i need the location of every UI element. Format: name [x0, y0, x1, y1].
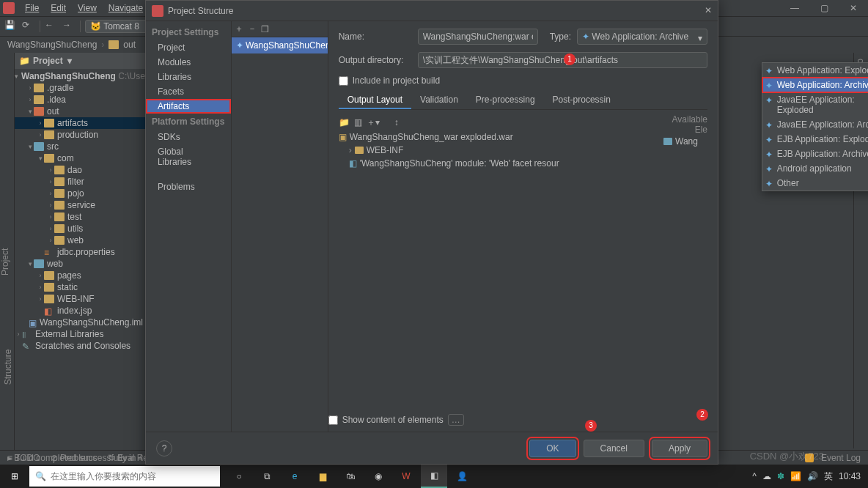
layout-icon[interactable]: ▥: [354, 117, 362, 127]
help-button[interactable]: ?: [156, 440, 172, 456]
tree-scratches[interactable]: ✎Scratches and Consoles: [15, 340, 146, 352]
layout-label[interactable]: WangShangShuCheng_war exploded.war: [350, 132, 513, 142]
new-folder-icon[interactable]: 📁: [339, 117, 350, 127]
tab-project[interactable]: Project: [0, 59, 10, 465]
tree-item[interactable]: ›static: [15, 281, 146, 293]
layout-label[interactable]: WEB-INF: [367, 145, 404, 155]
add-icon[interactable]: ＋: [235, 23, 243, 35]
save-icon[interactable]: 💾: [4, 20, 18, 33]
maximize-button[interactable]: ▢: [809, 0, 839, 16]
dropdown-item[interactable]: ✦JavaEE Application: Exploded: [762, 92, 868, 117]
tray-wifi-icon[interactable]: 📶: [790, 471, 801, 481]
forward-icon[interactable]: →: [62, 20, 76, 33]
sidebar-item-project[interactable]: Project: [146, 40, 231, 55]
copy-icon[interactable]: ❐: [261, 24, 269, 34]
menu-view[interactable]: View: [72, 1, 103, 15]
tray-app-icon[interactable]: ✽: [777, 471, 784, 481]
taskbar-search[interactable]: 🔍: [29, 466, 220, 487]
tree-item-out[interactable]: ▾out: [15, 106, 146, 117]
add-icon[interactable]: ＋▾: [367, 117, 380, 129]
task-view-icon[interactable]: ⧉: [254, 465, 280, 488]
wps-icon[interactable]: W: [393, 465, 419, 488]
tree-item[interactable]: ›pojo: [15, 188, 146, 199]
sidebar-item-sdks[interactable]: SDKs: [146, 130, 231, 144]
tree-item[interactable]: ›utils: [15, 223, 146, 234]
tree-item-artifacts[interactable]: ›artifacts: [15, 117, 146, 129]
sidebar-item-modules[interactable]: Modules: [146, 55, 231, 70]
tab-postprocessing[interactable]: Post-processin: [544, 92, 619, 109]
tree-item[interactable]: ›.gradle: [15, 82, 146, 94]
tree-item[interactable]: ›pages: [15, 270, 146, 281]
name-input[interactable]: [418, 29, 538, 45]
close-button[interactable]: ✕: [839, 0, 868, 16]
sort-icon[interactable]: ↕: [394, 117, 399, 127]
breadcrumb-out[interactable]: out: [123, 40, 136, 50]
ellipsis-button[interactable]: …: [448, 414, 464, 426]
tab-favorites[interactable]: Favorites: [0, 344, 1, 389]
sidebar-item-global-libs[interactable]: Global Libraries: [146, 144, 231, 169]
tree-item[interactable]: ›dao: [15, 164, 146, 176]
back-icon[interactable]: ←: [45, 20, 58, 33]
remove-icon[interactable]: －: [248, 23, 257, 35]
tab-preprocessing[interactable]: Pre-processing: [467, 92, 544, 109]
store-icon[interactable]: 🛍: [337, 465, 364, 488]
menu-file[interactable]: File: [19, 1, 45, 15]
include-build-checkbox[interactable]: [339, 76, 348, 86]
dropdown-item[interactable]: ✦EJB Application: Archive: [762, 147, 868, 161]
breadcrumb-root[interactable]: WangShangShuCheng: [7, 40, 97, 50]
tree-item[interactable]: ›WEB-INF: [15, 293, 146, 305]
ok-button[interactable]: OK: [529, 440, 575, 457]
dialog-close-button[interactable]: ✕: [705, 5, 712, 15]
tree-item-src[interactable]: ▾src: [15, 141, 146, 152]
sidebar-item-facets[interactable]: Facets: [146, 84, 231, 99]
cancel-button[interactable]: Cancel: [584, 440, 644, 457]
tab-output-layout[interactable]: Output Layout: [339, 92, 411, 109]
tray-clock[interactable]: 10:43: [839, 471, 861, 481]
sync-icon[interactable]: ⟳: [22, 20, 35, 33]
tree-item[interactable]: ›.idea: [15, 94, 146, 106]
project-panel-header[interactable]: 📁 Project ▾: [15, 53, 146, 69]
tray-up-icon[interactable]: ^: [752, 471, 757, 481]
minimize-button[interactable]: —: [780, 0, 809, 16]
tree-external-libs[interactable]: ›⫴External Libraries: [15, 328, 146, 340]
apply-button[interactable]: Apply: [652, 440, 707, 457]
tray-cloud-icon[interactable]: ☁: [762, 471, 771, 481]
edge-icon[interactable]: e: [282, 465, 308, 488]
layout-label[interactable]: Wang: [675, 136, 698, 147]
tree-item-indexjsp[interactable]: ◧index.jsp: [15, 305, 146, 317]
output-dir-input[interactable]: [418, 52, 707, 68]
layout-label[interactable]: 'WangShangShuCheng' module: 'Web' facet …: [360, 158, 559, 169]
taskbar-search-input[interactable]: [51, 471, 214, 481]
dropdown-item[interactable]: ✦EJB Application: Exploded: [762, 132, 868, 147]
tree-item[interactable]: ›service: [15, 199, 146, 211]
sidebar-item-libraries[interactable]: Libraries: [146, 70, 231, 84]
tray-ime[interactable]: 英: [824, 470, 833, 483]
dropdown-item[interactable]: ✦Web Application: Exploded: [762, 63, 868, 78]
explorer-icon[interactable]: ▆: [309, 465, 336, 488]
tab-validation[interactable]: Validation: [411, 92, 467, 109]
type-combo[interactable]: ✦ Web Application: Archive ▾: [577, 29, 707, 45]
chrome-icon[interactable]: ◉: [365, 465, 391, 488]
tree-item[interactable]: ›filter: [15, 176, 146, 188]
menu-navigate[interactable]: Navigate: [103, 1, 149, 15]
intellij-icon[interactable]: ◧: [421, 465, 447, 488]
cortana-icon[interactable]: ○: [226, 465, 252, 488]
run-config-combo[interactable]: 🐱 Tomcat 8: [85, 20, 153, 33]
dropdown-item[interactable]: ✦Android application: [762, 161, 868, 176]
status-event-log[interactable]: Event Log: [821, 453, 861, 463]
tree-item[interactable]: ›web: [15, 234, 146, 246]
tree-item-web[interactable]: ▾web: [15, 258, 146, 270]
tree-item-iml[interactable]: ▣WangShangShuCheng.iml: [15, 317, 146, 328]
tree-item[interactable]: ›production: [15, 129, 146, 141]
dropdown-item[interactable]: ✦Other: [762, 176, 868, 191]
tab-structure[interactable]: Structure: [1, 344, 15, 389]
start-button[interactable]: ⊞: [0, 465, 29, 488]
app-icon[interactable]: 👤: [449, 465, 475, 488]
tree-item[interactable]: ›test: [15, 211, 146, 223]
sidebar-item-problems[interactable]: Problems: [146, 180, 231, 194]
dropdown-item[interactable]: ✦JavaEE Application: Archive: [762, 117, 868, 132]
sidebar-item-artifacts[interactable]: Artifacts: [146, 99, 231, 114]
menu-edit[interactable]: Edit: [45, 1, 72, 15]
artifact-item[interactable]: ✦ WangShangShuCheng:wa: [232, 37, 328, 53]
tree-item[interactable]: ▾com: [15, 152, 146, 164]
